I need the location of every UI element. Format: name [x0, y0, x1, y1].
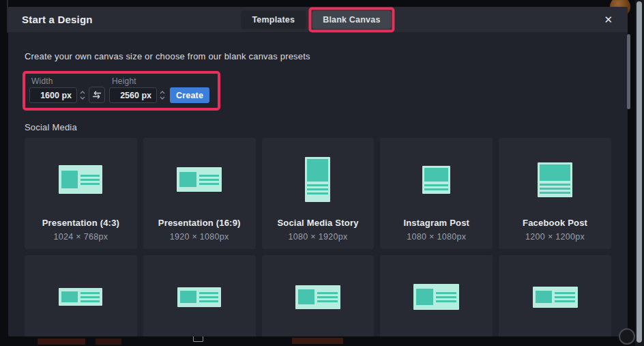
icon-text-line [80, 175, 100, 177]
icon-text-lines [555, 289, 575, 305]
preset-label: Presentation (4:3) [42, 218, 119, 228]
create-button[interactable]: Create [170, 87, 209, 103]
preset-icon-wrap [538, 138, 572, 221]
icon-media-block [298, 289, 314, 304]
preset-thumbnail-icon [177, 167, 222, 192]
preset-dimensions: 1080 × 1920px [289, 232, 348, 242]
background-thumbnail [38, 338, 85, 345]
preset-dimensions: 1200 × 1200px [525, 232, 585, 242]
tab-blank-canvas[interactable]: Blank Canvas [312, 10, 391, 29]
preset-thumbnail-icon [59, 165, 102, 194]
preset-grid-row1: Presentation (4:3)1024 × 768pxPresentati… [25, 138, 611, 249]
icon-text-line [199, 183, 220, 185]
preset-card[interactable]: Presentation (4:3)1024 × 768px [25, 138, 137, 249]
browser-scrollbar-track[interactable] [635, 0, 644, 346]
preset-card[interactable]: Facebook Post1200 × 1200px [499, 138, 611, 249]
preset-card[interactable] [143, 255, 256, 336]
swap-dimensions-button[interactable] [89, 87, 105, 103]
preset-card[interactable] [499, 255, 611, 336]
modal-subtitle: Create your own canvas size or choose fr… [25, 51, 611, 61]
icon-text-lines [317, 288, 338, 306]
icon-text-lines [199, 290, 218, 304]
icon-text-line [199, 292, 218, 294]
chevron-down-icon [160, 96, 165, 100]
icon-text-lines [307, 184, 328, 194]
icon-text-lines [199, 170, 220, 189]
preset-card[interactable]: Social Media Story1080 × 1920px [262, 138, 375, 249]
help-button[interactable] [619, 328, 635, 345]
icon-text-line [317, 300, 338, 302]
icon-text-line [199, 296, 218, 298]
preset-dimensions: 1024 × 768px [54, 232, 108, 242]
preset-thumbnail-icon [59, 288, 102, 306]
preset-icon-wrap [177, 255, 221, 336]
tab-templates[interactable]: Templates [241, 10, 306, 29]
width-label: Width [31, 76, 53, 86]
modal-body: Create your own canvas size or choose fr… [8, 32, 628, 336]
icon-media-block [61, 171, 78, 188]
icon-text-lines [436, 287, 456, 307]
preset-thumbnail-icon [177, 287, 221, 307]
background-thumbnail [96, 338, 121, 345]
preset-icon-wrap [413, 255, 459, 336]
background-thumbnail [292, 338, 343, 344]
icon-text-lines [424, 184, 448, 190]
preset-card[interactable] [25, 255, 137, 336]
icon-media-block [536, 291, 552, 304]
icon-text-line [80, 292, 100, 294]
icon-text-line [555, 296, 575, 298]
icon-text-line [540, 192, 570, 194]
preset-thumbnail-icon [305, 157, 330, 202]
preset-thumbnail-icon [538, 162, 572, 197]
chevron-up-icon [160, 91, 165, 94]
preset-card[interactable]: Presentation (16:9)1920 × 1080px [143, 138, 256, 249]
icon-media-block [307, 159, 328, 182]
preset-dimensions: 1920 × 1080px [170, 232, 229, 242]
icon-text-line [307, 192, 328, 194]
section-title-social-media: Social Media [25, 122, 611, 132]
icon-media-block [540, 164, 570, 182]
icon-text-line [424, 188, 448, 190]
icon-text-lines [80, 291, 100, 303]
height-input[interactable] [109, 87, 157, 103]
modal-scrollbar-thumb[interactable] [627, 34, 630, 109]
modal-title: Start a Design [22, 14, 93, 25]
preset-icon-wrap [305, 138, 330, 221]
icon-text-line [199, 179, 220, 181]
preset-icon-wrap [177, 138, 222, 221]
chevron-down-icon [80, 96, 85, 100]
preset-label: Instagram Post [403, 218, 469, 228]
icon-text-line [555, 300, 575, 302]
icon-text-line [436, 296, 456, 298]
icon-media-block [179, 172, 196, 187]
preset-card[interactable]: Instagram Post1080 × 1080px [380, 138, 493, 249]
height-stepper[interactable] [158, 87, 166, 103]
preset-dimensions: 1080 × 1080px [407, 232, 466, 242]
icon-text-line [199, 175, 220, 177]
annotation-highlight-custom-size-form: Width Height Cre [23, 71, 220, 111]
preset-thumbnail-icon [413, 284, 459, 310]
icon-text-line [424, 184, 448, 186]
browser-scrollbar-thumb[interactable] [636, 1, 642, 343]
background-image-icon [193, 336, 203, 342]
icon-text-line [307, 188, 328, 190]
width-stepper[interactable] [78, 87, 87, 103]
width-input[interactable] [29, 87, 77, 103]
start-design-modal: Start a Design Templates Blank Canvas ✕ … [8, 7, 628, 336]
icon-text-line [80, 296, 100, 298]
icon-text-line [317, 292, 338, 294]
annotation-highlight-tab: Blank Canvas [308, 7, 394, 32]
preset-icon-wrap [295, 255, 340, 336]
preset-icon-wrap [422, 138, 450, 221]
preset-card[interactable] [380, 255, 493, 336]
icon-media-block [424, 168, 448, 182]
close-icon[interactable]: ✕ [600, 12, 617, 27]
icon-text-line [80, 183, 100, 185]
icon-media-block [416, 289, 433, 305]
icon-text-lines [540, 184, 570, 194]
preset-label: Social Media Story [277, 218, 358, 228]
icon-text-line [199, 300, 218, 302]
preset-grid-row2 [25, 255, 611, 336]
preset-icon-wrap [533, 255, 578, 336]
preset-card[interactable] [262, 255, 375, 336]
